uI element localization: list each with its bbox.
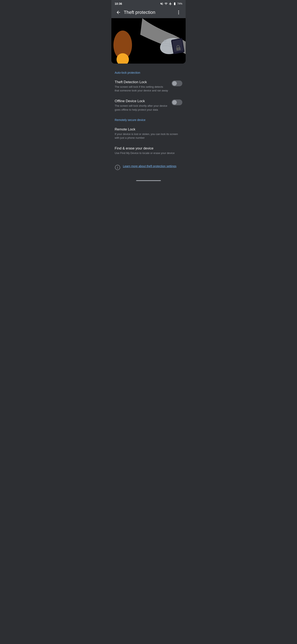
remote-lock-text: Remote Lock If your device is lost or st… (115, 127, 179, 140)
offline-device-lock-item[interactable]: Offline Device Lock The screen will lock… (115, 96, 182, 114)
offline-device-toggle[interactable] (172, 100, 182, 105)
remote-lock-title: Remote Lock (115, 127, 179, 132)
battery-icon (173, 2, 176, 5)
main-content: Auto-lock protection Theft Detection Loc… (111, 64, 186, 174)
find-erase-title: Find & erase your device (115, 146, 179, 150)
find-erase-text: Find & erase your device Use Find My Dev… (115, 146, 179, 155)
remotely-secure-section: Remotely secure device (115, 118, 182, 122)
three-dots-icon (178, 10, 179, 14)
battery-percent: 74% (177, 2, 182, 5)
offline-device-lock-desc: The screen will lock shortly after your … (115, 104, 168, 112)
status-time: 10:36 (115, 2, 122, 5)
find-erase-item[interactable]: Find & erase your device Use Find My Dev… (115, 144, 182, 158)
offline-device-lock-text: Offline Device Lock The screen will lock… (115, 99, 168, 112)
status-icons: 74% (160, 2, 182, 5)
status-bar: 10:36 74% (111, 0, 186, 6)
page-title: Theft protection (124, 10, 175, 15)
app-bar: Theft protection (111, 6, 186, 18)
theft-detection-lock-item[interactable]: Theft Detection Lock The screen will loc… (115, 78, 182, 95)
info-section: Learn more about theft protection settin… (115, 162, 182, 170)
back-button[interactable] (115, 9, 122, 16)
info-icon (115, 164, 120, 170)
mute-icon (160, 2, 163, 5)
nav-pill (136, 180, 161, 181)
auto-lock-section: Auto-lock protection (115, 71, 182, 74)
remotely-secure-header: Remotely secure device (115, 118, 182, 122)
theft-detection-toggle-thumb (172, 81, 177, 86)
theft-detection-toggle[interactable] (172, 80, 182, 86)
remote-lock-item[interactable]: Remote Lock If your device is lost or st… (115, 125, 182, 142)
back-icon (116, 10, 121, 15)
hero-image (111, 18, 186, 64)
theft-detection-lock-desc: The screen will lock if this setting det… (115, 85, 168, 92)
theft-detection-lock-title: Theft Detection Lock (115, 80, 168, 84)
find-erase-desc: Use Find My Device to locate or erase yo… (115, 151, 179, 155)
wifi-icon (164, 2, 168, 5)
navigation-bar (111, 178, 186, 184)
hero-illustration (111, 18, 186, 64)
theft-detection-lock-text: Theft Detection Lock The screen will loc… (115, 80, 168, 92)
more-options-button[interactable] (175, 9, 182, 16)
remote-lock-desc: If your device is lost or stolen, you ca… (115, 132, 179, 140)
auto-lock-header: Auto-lock protection (115, 71, 182, 74)
airplane-icon (169, 2, 172, 5)
learn-more-link[interactable]: Learn more about theft protection settin… (123, 164, 176, 168)
offline-device-toggle-thumb (172, 100, 177, 105)
offline-device-lock-title: Offline Device Lock (115, 99, 168, 103)
